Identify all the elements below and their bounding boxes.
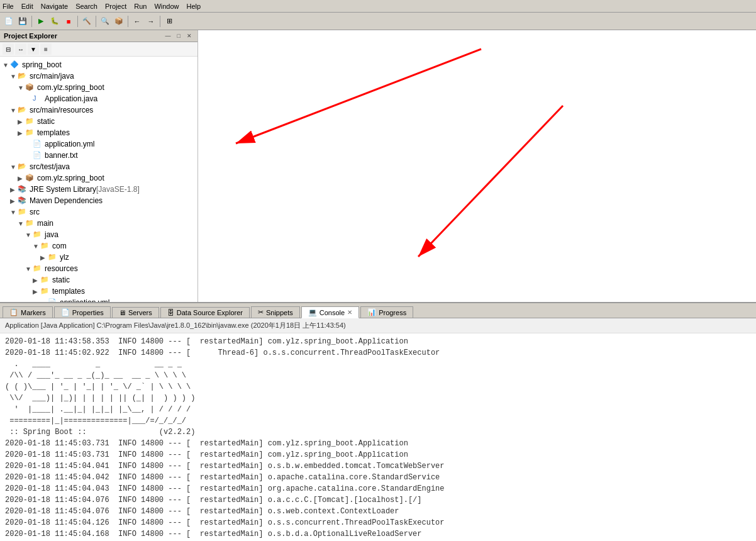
tree-item-application-java[interactable]: ▶ J Application.java — [0, 93, 197, 104]
view-menu[interactable]: ▼ — [28, 43, 39, 55]
menu-navigate[interactable]: Navigate — [41, 3, 68, 10]
tree-item-src-main-java[interactable]: ▼ 📂 src/main/java — [0, 70, 197, 82]
menu-edit[interactable]: Edit — [21, 3, 33, 10]
tree-item-com-ylz-test[interactable]: ▶ 📦 com.ylz.spring_boot — [0, 172, 197, 184]
toolbar-build[interactable]: 🔨 — [81, 15, 93, 28]
toggle-resources2[interactable]: ▼ — [25, 265, 33, 272]
tree-item-resources2[interactable]: ▼ 📁 resources — [0, 263, 197, 274]
tab-progress[interactable]: 📊 Progress — [360, 306, 413, 318]
markers-tab-icon: 📋 — [9, 308, 18, 316]
maven-icon: 📚 — [18, 196, 28, 205]
src-main-resources-label: src/main/resources — [30, 106, 93, 114]
toggle-main[interactable]: ▼ — [18, 220, 25, 227]
yml-file-icon: 📄 — [33, 140, 43, 148]
toolbar-debug[interactable]: 🐛 — [48, 15, 61, 28]
toolbar-perspective[interactable]: ⊞ — [163, 15, 175, 28]
collapse-all[interactable]: ⊟ — [3, 43, 14, 55]
tree-item-templates[interactable]: ▶ 📁 templates — [0, 127, 197, 138]
tree-item-maven-dep[interactable]: ▶ 📚 Maven Dependencies — [0, 195, 197, 206]
jre-label: JRE System Library — [30, 185, 96, 194]
tab-console[interactable]: 💻 Console ✕ — [301, 306, 359, 318]
toggle-static2[interactable]: ▶ — [33, 277, 40, 284]
toggle-templates[interactable]: ▶ — [18, 130, 25, 137]
tree-item-application-yml[interactable]: ▶ 📄 application.yml — [0, 138, 197, 150]
toolbar-back[interactable]: ← — [131, 15, 143, 28]
datasource-tab-label: Data Source Explorer — [177, 309, 243, 316]
console-tab-label: Console — [320, 309, 345, 316]
servers-tab-icon: 🖥 — [119, 309, 126, 316]
toggle-java2[interactable]: ▼ — [25, 231, 33, 238]
tree-item-jre[interactable]: ▶ 📚 JRE System Library [JavaSE-1.8] — [0, 184, 197, 195]
toggle-spring-boot[interactable]: ▼ — [3, 62, 10, 69]
console-header-text: Application [Java Application] C:\Progra… — [5, 321, 346, 329]
console-line: 2020-01-18 11:45:03.731 INFO 14800 --- [… — [5, 438, 751, 449]
tree-item-com-ylz[interactable]: ▼ 📦 com.ylz.spring_boot — [0, 82, 197, 93]
folder-icon-ylz: 📁 — [48, 253, 58, 262]
toggle-ylz[interactable]: ▶ — [40, 254, 48, 261]
tree-item-ylz[interactable]: ▶ 📁 ylz — [0, 252, 197, 263]
tab-snippets[interactable]: ✂ Snippets — [251, 306, 300, 318]
menu-run[interactable]: Run — [134, 3, 147, 10]
tree-item-static[interactable]: ▶ 📁 static — [0, 116, 197, 127]
editor-panel — [198, 30, 756, 302]
toolbar-search[interactable]: 🔍 — [99, 15, 111, 28]
project-explorer-panel: Project Explorer — □ ✕ ⊟ ↔ ▼ ≡ ▼ — [0, 30, 198, 302]
toolbar-forward[interactable]: → — [145, 15, 157, 28]
menu-project[interactable]: Project — [105, 3, 126, 10]
console-line: ' |____| .__|_| |_|_| |_\__, | / / / / — [5, 404, 751, 415]
tree-item-banner-txt[interactable]: ▶ 📄 banner.txt — [0, 150, 197, 161]
toggle-static[interactable]: ▶ — [18, 118, 25, 125]
panel-maximize[interactable]: □ — [175, 33, 182, 39]
console-line: 2020-01-18 11:45:03.731 INFO 14800 --- [… — [5, 449, 751, 460]
menu-file[interactable]: File — [3, 3, 14, 10]
toggle-src-main-java[interactable]: ▼ — [10, 73, 18, 80]
tree-item-spring-boot[interactable]: ▼ 🔷 spring_boot — [0, 59, 197, 70]
tree-item-com2[interactable]: ▼ 📁 com — [0, 240, 197, 252]
markers-tab-label: Markers — [21, 309, 46, 316]
panel-minimize[interactable]: — — [164, 33, 173, 39]
console-line: . ____ _ __ _ _ — [5, 359, 751, 370]
tab-markers[interactable]: 📋 Markers — [3, 306, 53, 318]
console-line: 2020-01-18 11:45:04.041 INFO 14800 --- [… — [5, 460, 751, 472]
panel-filter[interactable]: ≡ — [40, 43, 52, 55]
toggle-templates2[interactable]: ▶ — [33, 288, 40, 295]
console-line: 2020-01-18 11:45:04.168 INFO 14800 --- [… — [5, 528, 751, 540]
tab-properties[interactable]: 📄 Properties — [54, 306, 111, 318]
console-content[interactable]: 2020-01-18 11:43:58.353 INFO 14800 --- [… — [0, 333, 756, 541]
toggle-com2[interactable]: ▼ — [33, 243, 40, 250]
toggle-com-ylz-test[interactable]: ▶ — [18, 175, 25, 182]
tree-item-java2[interactable]: ▼ 📁 java — [0, 229, 197, 240]
toolbar-stop[interactable]: ■ — [62, 15, 75, 28]
toolbar-save[interactable]: 💾 — [16, 15, 29, 28]
console-tab-close[interactable]: ✕ — [347, 309, 352, 316]
toggle-jre[interactable]: ▶ — [10, 186, 18, 193]
tree-item-src-test-java[interactable]: ▼ 📂 src/test/java — [0, 161, 197, 172]
panel-close[interactable]: ✕ — [185, 33, 194, 39]
static2-label: static — [52, 276, 70, 284]
toggle-maven-dep[interactable]: ▶ — [10, 198, 18, 204]
toggle-src-main-resources[interactable]: ▼ — [10, 107, 18, 114]
tree-item-application-yml2[interactable]: ▶ 📄 application.yml — [0, 297, 197, 302]
tree-item-src[interactable]: ▼ 📁 src — [0, 206, 197, 218]
menu-search[interactable]: Search — [75, 3, 97, 10]
toggle-empty-3: ▶ — [25, 152, 33, 159]
tree-item-main[interactable]: ▼ 📁 main — [0, 218, 197, 229]
tab-datasource[interactable]: 🗄 Data Source Explorer — [160, 307, 250, 318]
tab-servers[interactable]: 🖥 Servers — [112, 307, 159, 318]
toggle-src-test-java[interactable]: ▼ — [10, 164, 18, 170]
toggle-com-ylz[interactable]: ▼ — [18, 84, 25, 91]
tree-container[interactable]: ▼ 🔷 spring_boot ▼ 📂 src/main/java — [0, 57, 197, 302]
menu-help[interactable]: Help — [187, 3, 201, 10]
link-with-editor[interactable]: ↔ — [15, 43, 26, 55]
tree-item-src-main-resources[interactable]: ▼ 📂 src/main/resources — [0, 104, 197, 116]
tree-item-templates2[interactable]: ▶ 📁 templates — [0, 286, 197, 297]
spring-boot-label: spring_boot — [22, 60, 62, 69]
toolbar-open-type[interactable]: 📦 — [113, 15, 125, 28]
toggle-src[interactable]: ▼ — [10, 209, 18, 216]
toolbar-run[interactable]: ▶ — [35, 15, 47, 28]
ylz-label: ylz — [60, 253, 69, 262]
toolbar-new[interactable]: 📄 — [3, 15, 15, 28]
src-test-java-label: src/test/java — [30, 162, 70, 171]
menu-window[interactable]: Window — [154, 3, 179, 10]
tree-item-static2[interactable]: ▶ 📁 static — [0, 274, 197, 286]
